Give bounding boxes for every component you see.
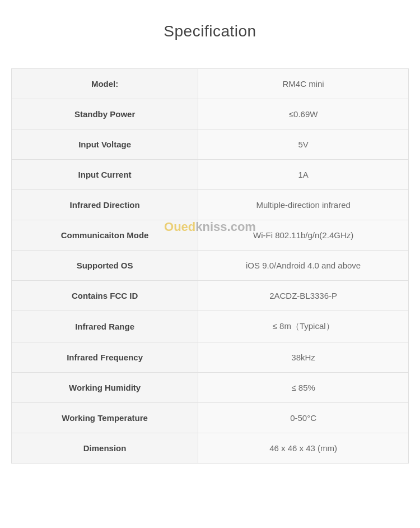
spec-label: Infrared Range — [12, 311, 198, 342]
spec-value: 1A — [198, 160, 409, 190]
table-row: Infrared Range≤ 8m（Typical） — [12, 311, 409, 342]
spec-label: Input Current — [12, 160, 198, 190]
spec-label: Supported OS — [12, 251, 198, 281]
spec-label: Working Humidity — [12, 373, 198, 403]
table-row: Infrared DirectionMultiple-direction inf… — [12, 190, 409, 220]
spec-table: Model:RM4C miniStandby Power≤0.69WInput … — [11, 68, 409, 464]
page-title: Specification — [11, 22, 409, 40]
spec-label: Contains FCC ID — [12, 281, 198, 311]
table-row: Working Temperature0-50°C — [12, 403, 409, 433]
spec-value: ≤0.69W — [198, 99, 409, 129]
table-row: Standby Power≤0.69W — [12, 99, 409, 129]
page-container: Specification Model:RM4C miniStandby Pow… — [0, 0, 420, 528]
spec-label: Input Voltage — [12, 129, 198, 160]
table-row: Input Current1A — [12, 160, 409, 190]
spec-value: RM4C mini — [198, 69, 409, 99]
spec-value: 0-50°C — [198, 403, 409, 433]
spec-value: 5V — [198, 129, 409, 160]
spec-value: 38kHz — [198, 342, 409, 373]
table-row: Infrared Frequency38kHz — [12, 342, 409, 373]
table-row: Working Humidity≤ 85% — [12, 373, 409, 403]
spec-value: ≤ 85% — [198, 373, 409, 403]
table-row: Input Voltage5V — [12, 129, 409, 160]
spec-value: Wi-Fi 802.11b/g/n(2.4GHz) — [198, 220, 409, 251]
spec-value: Multiple-direction infrared — [198, 190, 409, 220]
watermark-row: Ouedkniss.com — [12, 251, 409, 251]
spec-label: Working Temperature — [12, 403, 198, 433]
spec-label: Infrared Frequency — [12, 342, 198, 373]
table-row: Model:RM4C mini — [12, 69, 409, 99]
spec-label: Dimension — [12, 433, 198, 464]
spec-label: Communicaiton Mode — [12, 220, 198, 251]
spec-value: 2ACDZ-BL3336-P — [198, 281, 409, 311]
spec-value: ≤ 8m（Typical） — [198, 311, 409, 342]
spec-label: Model: — [12, 69, 198, 99]
table-row: Contains FCC ID2ACDZ-BL3336-P — [12, 281, 409, 311]
spec-label: Standby Power — [12, 99, 198, 129]
table-row: Dimension46 x 46 x 43 (mm) — [12, 433, 409, 464]
table-row: Supported OSiOS 9.0/Android 4.0 and abov… — [12, 251, 409, 281]
table-row: Communicaiton ModeWi-Fi 802.11b/g/n(2.4G… — [12, 220, 409, 251]
spec-label: Infrared Direction — [12, 190, 198, 220]
spec-value: 46 x 46 x 43 (mm) — [198, 433, 409, 464]
spec-value: iOS 9.0/Android 4.0 and above — [198, 251, 409, 281]
